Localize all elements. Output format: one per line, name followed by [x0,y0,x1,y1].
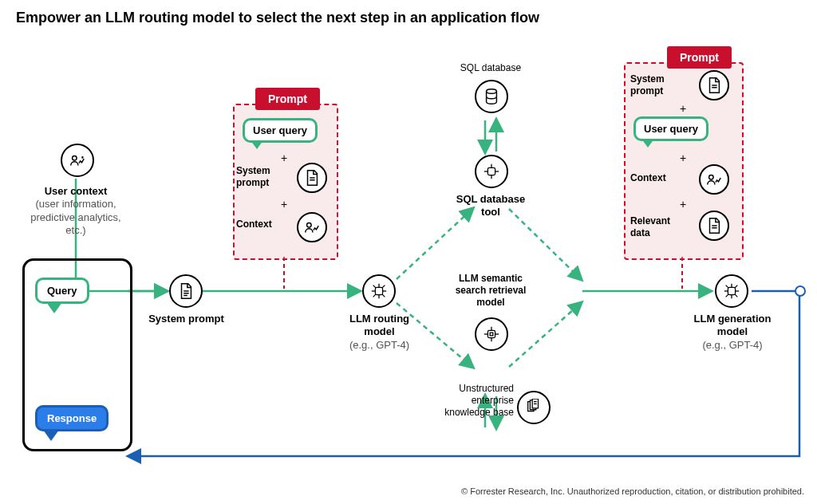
generation-model-label: LLM generation model (e.g., GPT-4) [681,313,783,352]
plus-icon: + [281,198,287,211]
document-icon [699,70,729,100]
prompt2-user-query: User query [633,116,708,141]
copyright-text: © Forrester Research, Inc. Unauthorized … [461,486,804,496]
document-icon [297,163,327,193]
semantic-model-icon [475,317,508,351]
svg-line-53 [726,285,728,288]
sql-tool-label: SQL database tool [447,193,535,219]
prompt1-system-prompt-label: System prompt [236,165,292,189]
query-bubble: Query [35,278,89,304]
knowledge-base-icon [517,391,551,424]
svg-line-6 [509,209,581,279]
plus-icon: + [680,198,686,211]
analytics-icon [297,212,327,242]
plus-icon: + [680,102,686,115]
svg-rect-36 [487,330,495,337]
page-title: Empower an LLM routing model to select t… [16,10,539,26]
svg-line-54 [735,285,737,288]
svg-line-55 [726,294,728,297]
svg-line-5 [397,209,472,279]
prompt1-user-query: User query [243,118,318,143]
prompt-tag-2: Prompt [667,46,732,69]
sql-database-label: SQL database [451,62,531,74]
sql-tool-icon [475,155,508,188]
knowledge-base-label: Unstructured enterprise knowledge base [434,383,514,419]
prompt2-context-label: Context [630,172,686,184]
svg-line-27 [382,285,385,288]
prompt1-context-label: Context [236,219,292,230]
svg-point-14 [73,156,77,161]
prompt2-system-prompt-label: System prompt [630,73,680,97]
llm-routing-icon [362,274,396,308]
flow-endpoint-dot [795,285,806,297]
response-bubble: Response [35,405,109,431]
user-context-label: User context (user information, predicti… [24,185,128,237]
system-prompt-label: System prompt [148,313,224,325]
system-prompt-icon [169,274,203,308]
svg-point-45 [709,175,714,180]
llm-generation-icon [715,274,748,308]
query-bubble-tail [46,302,62,313]
svg-rect-21 [375,287,382,294]
svg-line-26 [373,285,376,288]
user-context-icon [61,144,94,177]
prompt1-user-query-tail [251,140,263,149]
prompt2-user-query-tail [641,139,654,148]
svg-point-20 [307,223,312,228]
svg-line-28 [373,294,376,297]
database-icon [475,80,508,113]
document-icon [699,211,729,241]
prompt-tag-1: Prompt [255,88,320,110]
svg-rect-48 [728,287,735,294]
routing-model-label: LLM routing model (e.g., GPT-4) [334,313,425,352]
prompt2-relevant-data-label: Relevant data [630,215,688,239]
svg-line-56 [735,294,737,297]
semantic-model-label: LLM semantic search retrieval model [443,273,539,309]
svg-line-8 [509,303,581,367]
plus-icon: + [281,152,287,164]
svg-rect-31 [487,167,495,175]
analytics-icon [699,164,729,195]
plus-icon: + [680,152,686,164]
svg-point-30 [487,89,497,94]
response-bubble-tail [43,430,59,441]
svg-line-29 [382,294,385,297]
